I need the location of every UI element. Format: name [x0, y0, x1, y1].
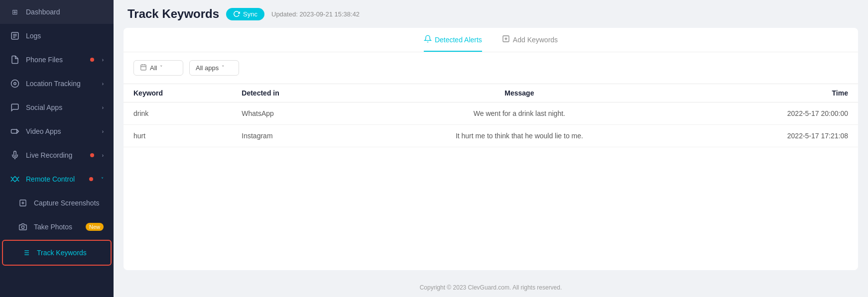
- sidebar-item-logs[interactable]: Logs: [0, 24, 114, 48]
- svg-point-10: [21, 226, 24, 228]
- sidebar-item-social-apps[interactable]: Social Apps ›: [0, 96, 114, 119]
- notification-dot: [90, 58, 94, 62]
- chevron-down-icon: ˅: [160, 65, 163, 71]
- sidebar-item-label: Phone Files: [26, 56, 84, 64]
- dashboard-icon: ⊞: [10, 7, 20, 17]
- table-row: drink WhatsApp We went for a drink last …: [124, 102, 858, 125]
- date-filter[interactable]: All ˅: [133, 60, 183, 76]
- tab-label: Add Keywords: [513, 36, 558, 44]
- sidebar-item-take-photos[interactable]: Take Photos New: [0, 215, 114, 239]
- alert-tab-icon: [424, 35, 432, 45]
- updated-text: Updated: 2023-09-21 15:38:42: [271, 10, 360, 18]
- table-row: hurt Instagram It hurt me to think that …: [124, 125, 858, 147]
- copyright-text: Copyright © 2023 ClevGuard.com. All righ…: [420, 284, 562, 291]
- location-icon: [10, 79, 20, 89]
- tab-label: Detected Alerts: [435, 36, 482, 44]
- sidebar-item-label: Location Tracking: [26, 80, 94, 88]
- keywords-table: Keyword Detected in Message Time drink W…: [124, 84, 858, 147]
- sidebar-item-label: Video Apps: [26, 127, 94, 135]
- cell-detected-in: WhatsApp: [232, 102, 358, 125]
- sidebar: ⊞ Dashboard Logs Phone Files › Location …: [0, 0, 114, 297]
- notification-dot: [90, 153, 94, 157]
- sidebar-item-label: Dashboard: [26, 8, 104, 16]
- page-title: Track Keywords: [127, 7, 219, 21]
- camera-icon: [18, 222, 28, 232]
- chevron-right-icon: ›: [102, 153, 104, 158]
- chevron-down-icon: ˅: [101, 177, 104, 182]
- sidebar-item-label: Track Keywords: [37, 249, 101, 257]
- cell-keyword: hurt: [124, 125, 232, 147]
- col-detected-in: Detected in: [232, 84, 358, 102]
- sync-label: Sync: [243, 10, 257, 18]
- col-time: Time: [681, 84, 858, 102]
- chevron-right-icon: ›: [102, 105, 104, 110]
- sync-icon: [233, 10, 240, 17]
- cell-time: 2022-5-17 17:21:08: [681, 125, 858, 147]
- cell-message: It hurt me to think that he would lie to…: [358, 125, 681, 147]
- main-content: Track Keywords Sync Updated: 2023-09-21 …: [114, 0, 868, 297]
- page-header: Track Keywords Sync Updated: 2023-09-21 …: [114, 0, 868, 28]
- svg-point-4: [11, 80, 19, 88]
- sidebar-item-video-apps[interactable]: Video Apps ›: [0, 119, 114, 143]
- chevron-right-icon: ›: [102, 129, 104, 134]
- sidebar-item-live-recording[interactable]: Live Recording ›: [0, 143, 114, 167]
- date-filter-value: All: [150, 64, 157, 72]
- sidebar-item-location-tracking[interactable]: Location Tracking ›: [0, 72, 114, 96]
- tab-add-keywords[interactable]: Add Keywords: [502, 35, 558, 52]
- sidebar-item-dashboard[interactable]: ⊞ Dashboard: [0, 0, 114, 24]
- sidebar-item-label: Remote Control: [26, 175, 83, 183]
- col-message: Message: [358, 84, 681, 102]
- sidebar-item-label: Live Recording: [26, 151, 84, 159]
- sidebar-item-label: Logs: [26, 32, 104, 40]
- app-filter[interactable]: All apps ˅: [189, 60, 239, 76]
- svg-rect-6: [11, 129, 17, 133]
- svg-point-5: [14, 83, 16, 85]
- sidebar-item-label: Capture Screenshots: [34, 199, 104, 207]
- add-keywords-tab-icon: [502, 35, 510, 45]
- app-filter-value: All apps: [196, 64, 219, 72]
- sidebar-item-label: Take Photos: [34, 223, 77, 231]
- sidebar-item-remote-control[interactable]: Remote Control ˅: [0, 167, 114, 191]
- content-card: Detected Alerts Add Keywords All ˅ All a…: [124, 28, 858, 270]
- sidebar-item-phone-files[interactable]: Phone Files ›: [0, 48, 114, 72]
- phone-files-icon: [10, 55, 20, 65]
- cell-time: 2022-5-17 20:00:00: [681, 102, 858, 125]
- tab-detected-alerts[interactable]: Detected Alerts: [424, 35, 482, 52]
- filters-bar: All ˅ All apps ˅: [124, 52, 858, 84]
- svg-marker-7: [17, 129, 19, 133]
- chevron-right-icon: ›: [102, 57, 104, 63]
- cell-keyword: drink: [124, 102, 232, 125]
- sync-button[interactable]: Sync: [226, 8, 264, 20]
- remote-icon: [10, 174, 20, 184]
- footer: Copyright © 2023 ClevGuard.com. All righ…: [114, 278, 868, 297]
- video-icon: [10, 126, 20, 136]
- cell-detected-in: Instagram: [232, 125, 358, 147]
- chevron-right-icon: ›: [102, 81, 104, 87]
- sidebar-item-label: Social Apps: [26, 103, 94, 111]
- keywords-icon: [21, 248, 31, 258]
- col-keyword: Keyword: [124, 84, 232, 102]
- screenshot-icon: [18, 198, 28, 208]
- sidebar-item-track-keywords[interactable]: Track Keywords: [2, 240, 112, 266]
- tabs-bar: Detected Alerts Add Keywords: [124, 28, 858, 52]
- svg-rect-20: [141, 65, 146, 70]
- notification-dot: [89, 177, 93, 181]
- chevron-down-icon: ˅: [222, 65, 225, 71]
- social-icon: [10, 102, 20, 112]
- new-badge: New: [86, 223, 104, 231]
- cell-message: We went for a drink last night.: [358, 102, 681, 125]
- table-header-row: Keyword Detected in Message Time: [124, 84, 858, 102]
- logs-icon: [10, 31, 20, 41]
- calendar-icon: [140, 64, 147, 72]
- sidebar-item-capture-screenshots[interactable]: Capture Screenshots: [0, 191, 114, 215]
- recording-icon: [10, 150, 20, 160]
